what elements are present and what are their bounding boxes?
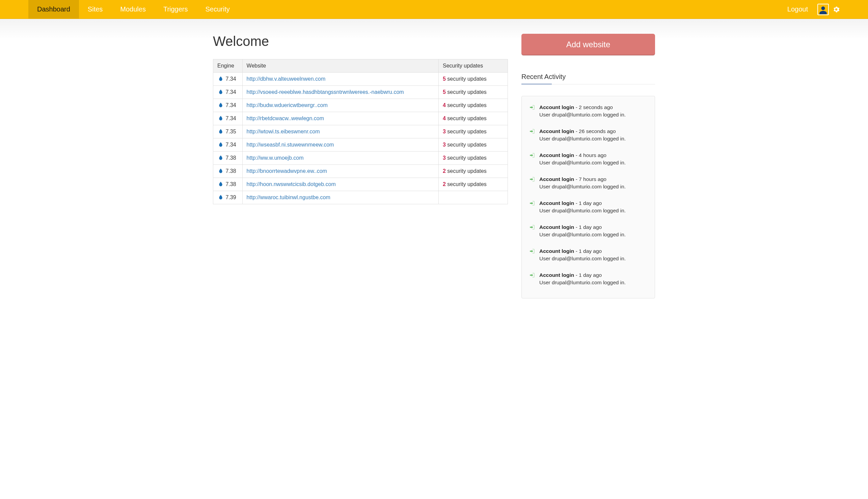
login-icon <box>529 272 535 278</box>
update-text: security updates <box>447 76 487 82</box>
update-text: security updates <box>447 142 487 147</box>
update-count: 5 <box>443 76 446 82</box>
table-row: 7.38http://ww.w.umoejb.com3 security upd… <box>213 151 508 165</box>
engine-version: 7.34 <box>225 89 236 95</box>
engine-version: 7.35 <box>225 129 236 134</box>
activity-body: Account login - 1 day agoUser drupal@lum… <box>539 199 647 215</box>
activity-head: Account login - 1 day ago <box>539 223 647 231</box>
login-icon <box>529 128 535 134</box>
activity-detail: User drupal@lumturio.com logged in. <box>539 207 647 215</box>
update-count: 4 <box>443 115 446 121</box>
engine-cell: 7.34 <box>213 86 243 99</box>
engine-version: 7.38 <box>225 181 236 187</box>
website-link[interactable]: http://rbetdcwacw..wewlegn.com <box>247 115 324 121</box>
engine-cell: 7.35 <box>213 125 243 138</box>
activity-title: Account login <box>539 104 574 110</box>
engine-version: 7.38 <box>225 168 236 174</box>
activity-time: - 2 seconds ago <box>574 104 613 110</box>
drupal-icon <box>218 168 223 173</box>
security-updates-cell: 2 security updates <box>439 165 508 178</box>
sites-table: Engine Website Security updates 7.34http… <box>213 59 508 204</box>
table-row: 7.34http://vsoeed-reeeblwe.hasdhbtangssn… <box>213 86 508 99</box>
update-text: security updates <box>447 89 487 95</box>
recent-activity-title: Recent Activity <box>521 73 655 81</box>
activity-detail: User drupal@lumturio.com logged in. <box>539 183 647 191</box>
table-row: 7.39http://wwaroc.tuibinwl.ngustbe.com <box>213 191 508 204</box>
drupal-icon <box>218 115 223 121</box>
nav-item-triggers[interactable]: Triggers <box>154 0 197 19</box>
update-text: security updates <box>447 115 487 121</box>
nav-item-security[interactable]: Security <box>197 0 239 19</box>
top-navbar: DashboardSitesModulesTriggersSecurity Lo… <box>0 0 868 19</box>
engine-cell: 7.38 <box>213 178 243 191</box>
activity-head: Account login - 1 day ago <box>539 271 647 279</box>
engine-version: 7.34 <box>225 102 236 108</box>
drupal-icon <box>218 194 223 200</box>
activity-title: Account login <box>539 248 574 254</box>
engine-cell: 7.34 <box>213 73 243 86</box>
update-text: security updates <box>447 181 487 187</box>
drupal-icon <box>218 89 223 95</box>
login-icon <box>529 104 535 110</box>
website-link[interactable]: http://hoon.nwswwtcicsib.dotgeb.com <box>247 181 336 187</box>
activity-detail: User drupal@lumturio.com logged in. <box>539 111 647 119</box>
activity-time: - 1 day ago <box>574 224 602 230</box>
activity-time: - 7 hours ago <box>574 176 606 182</box>
avatar[interactable] <box>817 4 829 15</box>
activity-time: - 1 day ago <box>574 272 602 278</box>
website-link[interactable]: http://ww.w.umoejb.com <box>247 155 304 161</box>
table-row: 7.34http://rbetdcwacw..wewlegn.com4 secu… <box>213 112 508 125</box>
website-cell: http://wwaroc.tuibinwl.ngustbe.com <box>242 191 438 204</box>
website-link[interactable]: http://dbhw.v.alteuweelnwen.com <box>247 76 326 82</box>
activity-item: Account login - 1 day agoUser drupal@lum… <box>529 223 647 239</box>
website-cell: http://ww.w.umoejb.com <box>242 151 438 165</box>
update-count: 2 <box>443 168 446 174</box>
nav-left: DashboardSitesModulesTriggersSecurity <box>28 0 239 19</box>
website-link[interactable]: http://wtowi.ts.eibeswnenr.com <box>247 129 320 134</box>
update-count: 5 <box>443 89 446 95</box>
nav-right: Logout <box>782 0 840 19</box>
engine-cell: 7.34 <box>213 99 243 112</box>
user-icon <box>819 6 828 14</box>
login-icon <box>529 224 535 230</box>
engine-version: 7.34 <box>225 142 236 147</box>
activity-list: Account login - 2 seconds agoUser drupal… <box>521 96 655 299</box>
website-link[interactable]: http://vsoeed-reeeblwe.hasdhbtangssntrwn… <box>247 89 404 95</box>
table-row: 7.34http://budw.wduericwtbewrgr..com4 se… <box>213 99 508 112</box>
drupal-icon <box>218 142 223 147</box>
side-column: Add website Recent Activity Account logi… <box>521 34 655 299</box>
table-header-row: Engine Website Security updates <box>213 59 508 73</box>
activity-item: Account login - 1 day agoUser drupal@lum… <box>529 199 647 215</box>
website-link[interactable]: http://bnoorrtewadwvpne.ew..com <box>247 168 327 174</box>
update-text: security updates <box>447 155 487 161</box>
main-column: Welcome Engine Website Security updates … <box>213 34 508 204</box>
update-count: 4 <box>443 102 446 108</box>
website-cell: http://hoon.nwswwtcicsib.dotgeb.com <box>242 178 438 191</box>
nav-item-dashboard[interactable]: Dashboard <box>28 0 79 19</box>
update-count: 2 <box>443 181 446 187</box>
gear-icon[interactable] <box>833 6 840 13</box>
page-title: Welcome <box>213 34 508 49</box>
security-updates-cell: 3 security updates <box>439 125 508 138</box>
update-text: security updates <box>447 102 487 108</box>
website-link[interactable]: http://wseasbf.ni.stuwewnmeew.com <box>247 142 334 147</box>
website-link[interactable]: http://budw.wduericwtbewrgr..com <box>247 102 328 108</box>
activity-detail: User drupal@lumturio.com logged in. <box>539 159 647 167</box>
security-updates-cell: 3 security updates <box>439 151 508 165</box>
engine-version: 7.34 <box>225 76 236 82</box>
col-website: Website <box>242 59 438 73</box>
drupal-icon <box>218 155 223 160</box>
update-count: 3 <box>443 142 446 147</box>
logout-link[interactable]: Logout <box>782 5 813 13</box>
update-count: 3 <box>443 129 446 134</box>
add-website-button[interactable]: Add website <box>521 34 655 56</box>
nav-item-modules[interactable]: Modules <box>111 0 154 19</box>
activity-body: Account login - 7 hours agoUser drupal@l… <box>539 175 647 191</box>
security-updates-cell: 5 security updates <box>439 86 508 99</box>
website-link[interactable]: http://wwaroc.tuibinwl.ngustbe.com <box>247 194 331 200</box>
drupal-icon <box>218 76 223 81</box>
drupal-icon <box>218 102 223 108</box>
security-updates-cell: 5 security updates <box>439 73 508 86</box>
nav-item-sites[interactable]: Sites <box>79 0 111 19</box>
engine-version: 7.39 <box>225 194 236 200</box>
